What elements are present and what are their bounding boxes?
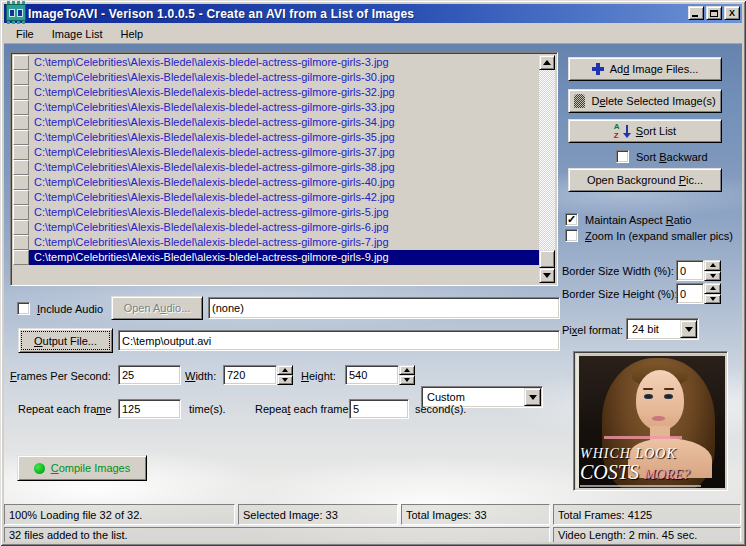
border-height-spinner[interactable]	[704, 283, 721, 304]
title-bar[interactable]: ImageToAVI - Verison 1.0.0.5 - Create an…	[4, 4, 742, 23]
list-item[interactable]: C:\temp\Celebrities\Alexis-Bledel\alexis…	[13, 145, 539, 160]
preview-image: WHICH LOOK COSTS MORE?	[576, 354, 725, 488]
compile-images-button[interactable]: Compile Images	[17, 455, 147, 481]
open-background-button[interactable]: Open Background Pic...	[568, 168, 722, 192]
row-header-cell[interactable]	[13, 130, 29, 145]
row-header-cell[interactable]	[13, 160, 29, 175]
list-item-path: C:\temp\Celebrities\Alexis-Bledel\alexis…	[29, 100, 539, 115]
row-header-cell[interactable]	[13, 205, 29, 220]
list-item[interactable]: C:\temp\Celebrities\Alexis-Bledel\alexis…	[13, 85, 539, 100]
row-header-cell[interactable]	[13, 190, 29, 205]
scroll-thumb[interactable]	[539, 250, 555, 268]
sort-list-button[interactable]: AZ Sort List	[568, 119, 722, 143]
list-item-path: C:\temp\Celebrities\Alexis-Bledel\alexis…	[29, 55, 539, 70]
spin-up-button[interactable]	[704, 283, 721, 294]
include-audio-checkbox[interactable]	[17, 302, 30, 315]
zoom-in-label: Zoom In (expand smaller pics)	[585, 230, 733, 242]
status-selected-image: Selected Image: 33	[238, 504, 398, 525]
list-item[interactable]: C:\temp\Celebrities\Alexis-Bledel\alexis…	[13, 175, 539, 190]
border-width-input[interactable]	[676, 260, 704, 281]
row-header-cell[interactable]	[13, 115, 29, 130]
row-header-cell[interactable]	[13, 55, 29, 70]
fps-input[interactable]	[118, 365, 181, 385]
list-item-path: C:\temp\Celebrities\Alexis-Bledel\alexis…	[29, 250, 539, 265]
row-header-cell[interactable]	[13, 220, 29, 235]
spin-down-button[interactable]	[277, 375, 293, 385]
close-icon: X	[729, 9, 735, 18]
add-image-files-button[interactable]: Add Image Files...	[568, 57, 722, 81]
minimize-button[interactable]	[688, 6, 704, 20]
list-item[interactable]: C:\temp\Celebrities\Alexis-Bledel\alexis…	[13, 55, 539, 70]
maintain-aspect-checkbox[interactable]: ✓	[565, 213, 578, 226]
menu-help[interactable]: Help	[112, 26, 151, 42]
height-spinner[interactable]	[399, 365, 415, 385]
close-button[interactable]: X	[724, 6, 740, 20]
scroll-down-button[interactable]	[539, 268, 555, 283]
row-header-cell[interactable]	[13, 70, 29, 85]
row-header-cell[interactable]	[13, 250, 29, 265]
spin-up-button[interactable]	[704, 260, 721, 271]
open-audio-label: Open Audio...	[124, 302, 191, 314]
scroll-track[interactable]	[539, 70, 555, 268]
menu-file[interactable]: File	[8, 26, 42, 42]
repeat-times-input[interactable]	[118, 399, 181, 419]
list-item[interactable]: C:\temp\Celebrities\Alexis-Bledel\alexis…	[13, 250, 539, 265]
delete-selected-button[interactable]: Delete Selected Image(s)	[568, 89, 722, 113]
width-spinner[interactable]	[277, 365, 293, 385]
headline-line1: WHICH LOOK	[580, 446, 721, 462]
portrait-eye	[644, 394, 653, 399]
portrait-eye	[664, 394, 673, 399]
status-files-added-text: 32 files added to the list.	[9, 529, 128, 541]
list-item-path: C:\temp\Celebrities\Alexis-Bledel\alexis…	[29, 70, 539, 85]
output-path-field[interactable]	[118, 330, 560, 351]
zoom-in-checkbox[interactable]	[565, 229, 578, 242]
list-item[interactable]: C:\temp\Celebrities\Alexis-Bledel\alexis…	[13, 160, 539, 175]
output-file-button[interactable]: Output File...	[18, 328, 113, 353]
spin-down-button[interactable]	[704, 271, 721, 282]
status-progress: 100% Loading file 32 of 32.	[4, 504, 235, 525]
sort-backward-label: Sort Backward	[636, 151, 708, 163]
border-height-input[interactable]	[676, 283, 704, 304]
row-header-cell[interactable]	[13, 100, 29, 115]
open-audio-button[interactable]: Open Audio...	[111, 296, 203, 320]
audio-file-field[interactable]	[208, 297, 560, 319]
arrow-up-icon	[543, 60, 551, 65]
height-input[interactable]	[345, 365, 399, 385]
row-header-cell[interactable]	[13, 85, 29, 100]
maximize-button[interactable]	[706, 6, 722, 20]
status-total-images-text: Total Images: 33	[406, 509, 487, 521]
status-total-frames-text: Total Frames: 4125	[558, 509, 652, 521]
minimize-icon	[692, 15, 698, 17]
list-scrollbar[interactable]	[539, 55, 555, 283]
list-item[interactable]: C:\temp\Celebrities\Alexis-Bledel\alexis…	[13, 220, 539, 235]
border-width-spinner[interactable]	[704, 260, 721, 281]
list-item-path: C:\temp\Celebrities\Alexis-Bledel\alexis…	[29, 205, 539, 220]
row-header-cell[interactable]	[13, 145, 29, 160]
check-icon: ✓	[567, 214, 576, 225]
pixel-format-dropdown[interactable]: 24 bit	[626, 318, 699, 340]
spin-up-button[interactable]	[399, 365, 415, 375]
list-item[interactable]: C:\temp\Celebrities\Alexis-Bledel\alexis…	[13, 190, 539, 205]
sort-az-icon: AZ	[614, 124, 630, 139]
spin-down-button[interactable]	[399, 375, 415, 385]
list-item[interactable]: C:\temp\Celebrities\Alexis-Bledel\alexis…	[13, 115, 539, 130]
list-item[interactable]: C:\temp\Celebrities\Alexis-Bledel\alexis…	[13, 100, 539, 115]
dropdown-button[interactable]	[524, 388, 541, 406]
repeat-seconds-input[interactable]	[349, 399, 409, 419]
sort-backward-checkbox[interactable]	[616, 150, 629, 163]
scroll-up-button[interactable]	[539, 55, 555, 70]
open-background-label: Open Background Pic...	[587, 174, 703, 186]
width-input[interactable]	[223, 365, 277, 385]
spin-up-button[interactable]	[277, 365, 293, 375]
row-header-cell[interactable]	[13, 175, 29, 190]
list-item[interactable]: C:\temp\Celebrities\Alexis-Bledel\alexis…	[13, 130, 539, 145]
row-header-cell[interactable]	[13, 235, 29, 250]
list-item[interactable]: C:\temp\Celebrities\Alexis-Bledel\alexis…	[13, 235, 539, 250]
list-item[interactable]: C:\temp\Celebrities\Alexis-Bledel\alexis…	[13, 205, 539, 220]
repeat-times-label: Repeat each frame	[18, 403, 112, 415]
dropdown-button[interactable]	[680, 320, 697, 338]
filmstrip-app-icon[interactable]	[6, 1, 26, 26]
menu-image-list[interactable]: Image List	[44, 26, 111, 42]
list-item[interactable]: C:\temp\Celebrities\Alexis-Bledel\alexis…	[13, 70, 539, 85]
spin-down-button[interactable]	[704, 294, 721, 305]
